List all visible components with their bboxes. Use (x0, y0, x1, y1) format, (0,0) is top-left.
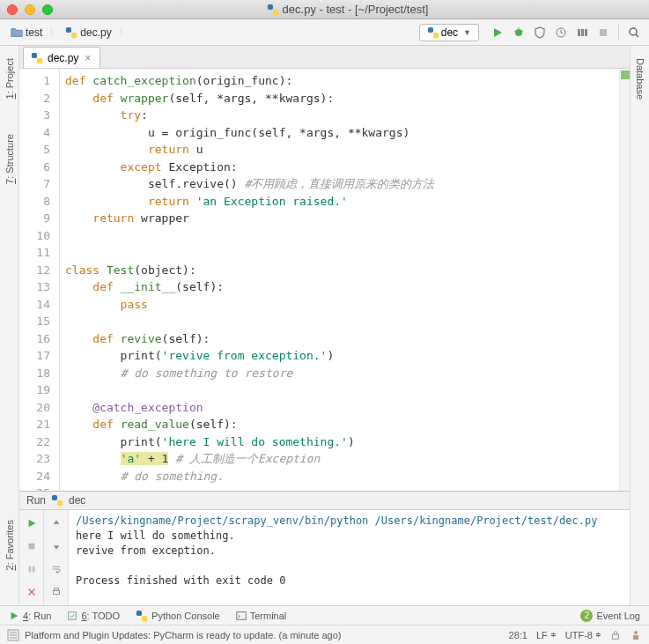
line-number[interactable]: 22 (19, 433, 59, 451)
rerun-button[interactable] (22, 514, 41, 533)
event-log-button[interactable]: 2 Event Log (573, 608, 647, 624)
zoom-window-button[interactable] (42, 4, 53, 15)
line-number[interactable]: 7 (19, 175, 59, 193)
svg-rect-14 (600, 29, 607, 36)
code-line[interactable]: def catch_exception(origin_func): (65, 72, 614, 90)
code-line[interactable]: class Test(object): (65, 262, 614, 279)
tool-window-run[interactable]: 4: Run (2, 609, 58, 623)
code-line[interactable]: return 'an Exception raised.' (65, 193, 614, 211)
line-number[interactable]: 24 (19, 468, 59, 485)
tool-window-project[interactable]: 1: Project (3, 51, 17, 106)
breadcrumb: test 〉 dec.py 〉 (5, 25, 416, 41)
code-line[interactable]: return wrapper (65, 210, 614, 227)
profile-button[interactable] (551, 23, 571, 42)
code-line[interactable]: def __init__(self): (65, 278, 614, 296)
pause-button[interactable] (22, 559, 41, 579)
code-line[interactable]: # do something. (65, 468, 614, 485)
line-number[interactable]: 15 (19, 313, 59, 330)
line-number[interactable]: 5 (19, 141, 59, 159)
breadcrumb-item-file[interactable]: dec.py (60, 25, 116, 41)
tool-window-terminal[interactable]: Terminal (229, 609, 294, 623)
run-button[interactable] (488, 23, 507, 42)
code-line[interactable]: return u (65, 141, 614, 159)
close-window-button[interactable] (7, 4, 18, 15)
code-line[interactable] (65, 244, 614, 262)
down-button[interactable] (47, 537, 66, 556)
console-line: here I will do something. (76, 529, 623, 544)
svg-rect-17 (32, 52, 37, 57)
editor-tab[interactable]: dec.py × (23, 47, 100, 68)
inspector-icon[interactable] (630, 629, 642, 641)
line-number[interactable]: 13 (19, 278, 59, 296)
run-config-selector[interactable]: dec ▼ (419, 24, 479, 41)
line-number[interactable]: 1 (19, 72, 59, 90)
minimize-window-button[interactable] (25, 4, 35, 15)
code-line[interactable]: @catch_exception (65, 399, 614, 417)
tool-window-database[interactable]: Database (633, 51, 647, 107)
console-output[interactable]: /Users/kingname/Project/scrapy_venv/bin/… (69, 510, 630, 605)
line-number[interactable]: 21 (19, 416, 59, 433)
line-number[interactable]: 16 (19, 330, 59, 348)
run-panel-header[interactable]: Run dec (19, 492, 630, 510)
tool-window-favorites[interactable]: 2: Favorites (3, 513, 17, 577)
line-number[interactable]: 14 (19, 296, 59, 314)
line-separator[interactable]: LF≑ (536, 630, 557, 640)
close-run-button[interactable] (22, 582, 41, 602)
line-number[interactable]: 9 (19, 210, 59, 227)
tool-window-structure[interactable]: 7: Structure (3, 127, 17, 191)
code-line[interactable]: try: (65, 107, 614, 124)
stop-button[interactable] (594, 23, 613, 42)
stop-run-button[interactable] (22, 537, 41, 556)
line-number[interactable]: 19 (19, 381, 59, 399)
line-number[interactable]: 18 (19, 365, 59, 382)
encoding[interactable]: UTF-8≑ (565, 630, 601, 640)
line-number[interactable]: 6 (19, 159, 59, 176)
code-line[interactable]: def wrapper(self, *args, **kwargs): (65, 90, 614, 107)
code-line[interactable]: print('revive from exception.') (65, 347, 614, 365)
code-line[interactable]: def revive(self): (65, 330, 614, 348)
tool-window-python-console[interactable]: Python Console (129, 608, 227, 624)
code-line[interactable]: except Exception: (65, 159, 614, 176)
breadcrumb-item-test[interactable]: test (5, 25, 48, 41)
line-number[interactable]: 10 (19, 227, 59, 245)
code-line[interactable] (65, 313, 614, 330)
code-editor[interactable]: def catch_exception(origin_func): def wr… (60, 69, 619, 491)
marker-strip[interactable] (619, 69, 630, 491)
code-line[interactable]: def read_value(self): (65, 416, 614, 433)
line-number[interactable]: 20 (19, 399, 59, 417)
svg-rect-13 (585, 29, 587, 36)
caret-position[interactable]: 28:1 (509, 630, 527, 640)
line-number[interactable]: 8 (19, 193, 59, 211)
tool-window-todo[interactable]: 6: TODO (60, 609, 127, 623)
up-button[interactable] (47, 514, 66, 533)
line-number[interactable]: 3 (19, 107, 59, 124)
code-line[interactable]: u = origin_func(self, *args, **kwargs) (65, 124, 614, 142)
read-only-toggle[interactable] (610, 630, 621, 640)
code-line[interactable] (65, 227, 614, 245)
print-button[interactable] (47, 582, 66, 602)
code-line[interactable] (65, 381, 614, 399)
concurrency-button[interactable] (572, 23, 592, 42)
code-line[interactable]: print('here I will do something.') (65, 433, 614, 451)
code-line[interactable]: 'a' + 1 # 人工制造一个Exception (65, 450, 614, 468)
status-message[interactable]: Platform and Plugin Updates: PyCharm is … (7, 629, 500, 641)
line-number[interactable]: 11 (19, 244, 59, 262)
line-number[interactable]: 17 (19, 347, 59, 365)
svg-rect-36 (633, 635, 638, 640)
line-number[interactable]: 12 (19, 262, 59, 279)
tab-close-button[interactable]: × (83, 52, 92, 64)
code-line[interactable] (65, 485, 614, 491)
line-number[interactable]: 25 (19, 485, 59, 491)
line-number[interactable]: 4 (19, 124, 59, 142)
line-number[interactable]: 23 (19, 450, 59, 468)
code-line[interactable]: self.revive() #不用顾虑，直接调用原来的类的方法 (65, 175, 614, 193)
code-line[interactable]: # do something to restore (65, 365, 614, 382)
run-coverage-button[interactable] (530, 23, 549, 42)
debug-button[interactable] (509, 23, 528, 42)
gutter[interactable]: 1234567891011121314151617181920212223242… (19, 69, 60, 491)
soft-wrap-button[interactable] (47, 559, 66, 579)
python-icon (51, 494, 63, 507)
code-line[interactable]: pass (65, 296, 614, 314)
search-button[interactable] (624, 23, 644, 42)
line-number[interactable]: 2 (19, 90, 59, 107)
